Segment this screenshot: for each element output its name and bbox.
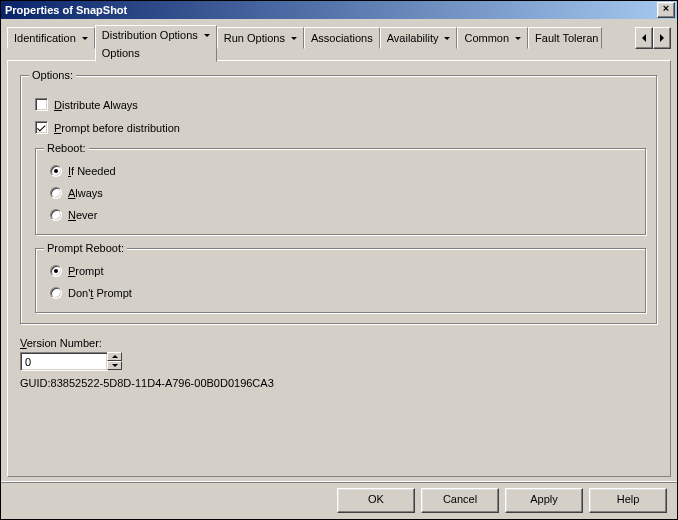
version-increment-button[interactable] <box>107 352 122 361</box>
prompt-reboot-prompt-label: Prompt <box>68 265 103 277</box>
prompt-before-label: Prompt before distribution <box>54 122 180 134</box>
tab-scroll-buttons <box>635 27 671 47</box>
cancel-button[interactable]: Cancel <box>421 488 499 513</box>
prompt-reboot-group: Prompt Reboot: Prompt Don't Prompt <box>35 248 647 314</box>
tab-scroll-left-button[interactable] <box>635 27 653 49</box>
prompt-reboot-dont-radio[interactable] <box>50 287 62 299</box>
tab-common[interactable]: Common <box>457 27 528 49</box>
title-bar: Properties of SnapShot × <box>1 1 677 19</box>
reboot-group: Reboot: If Needed Always Never <box>35 148 647 236</box>
ok-button[interactable]: OK <box>337 488 415 513</box>
reboot-always-label: Always <box>68 187 103 199</box>
reboot-never-row[interactable]: Never <box>50 209 636 221</box>
distribute-always-checkbox[interactable] <box>35 98 48 111</box>
reboot-if-needed-row[interactable]: If Needed <box>50 165 636 177</box>
reboot-if-needed-radio[interactable] <box>50 165 62 177</box>
tab-associations[interactable]: Associations <box>304 27 380 49</box>
apply-button[interactable]: Apply <box>505 488 583 513</box>
dropdown-arrow-icon <box>82 37 88 40</box>
prompt-reboot-prompt-row[interactable]: Prompt <box>50 265 636 277</box>
close-icon: × <box>663 2 669 14</box>
version-section: Version Number: GUID:83852522-5D8D-11D4-… <box>20 337 658 389</box>
tab-run-options[interactable]: Run Options <box>217 27 304 49</box>
version-label: Version Number: <box>20 337 658 349</box>
properties-dialog: Properties of SnapShot × Identification … <box>0 0 678 520</box>
dropdown-arrow-icon <box>515 37 521 40</box>
prompt-reboot-prompt-radio[interactable] <box>50 265 62 277</box>
dropdown-arrow-icon <box>291 37 297 40</box>
prompt-before-row[interactable]: Prompt before distribution <box>35 121 647 134</box>
distribute-always-label: Distribute Always <box>54 99 138 111</box>
version-spinner <box>20 352 658 371</box>
chevron-up-icon <box>112 355 118 358</box>
reboot-always-row[interactable]: Always <box>50 187 636 199</box>
window-title: Properties of SnapShot <box>5 4 127 16</box>
dialog-button-row: OK Cancel Apply Help <box>1 481 677 519</box>
prompt-before-checkbox[interactable] <box>35 121 48 134</box>
tab-availability[interactable]: Availability <box>380 27 458 49</box>
tab-scroll-right-button[interactable] <box>653 27 671 49</box>
dropdown-arrow-icon <box>444 37 450 40</box>
dropdown-arrow-icon <box>204 34 210 37</box>
tab-identification[interactable]: Identification <box>7 27 95 49</box>
distribute-always-row[interactable]: Distribute Always <box>35 98 647 111</box>
options-group: Options: Distribute Always Prompt before… <box>20 75 658 325</box>
chevron-left-icon <box>642 34 646 42</box>
dialog-content: Identification Distribution Options Opti… <box>1 19 677 477</box>
prompt-reboot-legend: Prompt Reboot: <box>44 242 127 254</box>
tabs-row: Identification Distribution Options Opti… <box>7 25 671 61</box>
chevron-right-icon <box>660 34 664 42</box>
tab-distribution-subtext: Options <box>102 47 140 59</box>
reboot-if-needed-label: If Needed <box>68 165 116 177</box>
guid-label: GUID:83852522-5D8D-11D4-A796-00B0D0196CA… <box>20 377 658 389</box>
version-decrement-button[interactable] <box>107 361 122 370</box>
tab-fault-tolerance[interactable]: Fault Toleran <box>528 27 602 49</box>
version-input[interactable] <box>20 352 108 371</box>
prompt-reboot-dont-row[interactable]: Don't Prompt <box>50 287 636 299</box>
tab-distribution-options[interactable]: Distribution Options Options <box>95 25 217 62</box>
reboot-legend: Reboot: <box>44 142 89 154</box>
reboot-never-radio[interactable] <box>50 209 62 221</box>
chevron-down-icon <box>112 364 118 367</box>
help-button[interactable]: Help <box>589 488 667 513</box>
close-button[interactable]: × <box>657 2 675 18</box>
tab-panel: Options: Distribute Always Prompt before… <box>7 60 671 477</box>
prompt-reboot-dont-label: Don't Prompt <box>68 287 132 299</box>
reboot-never-label: Never <box>68 209 97 221</box>
options-legend: Options: <box>29 69 76 81</box>
reboot-always-radio[interactable] <box>50 187 62 199</box>
